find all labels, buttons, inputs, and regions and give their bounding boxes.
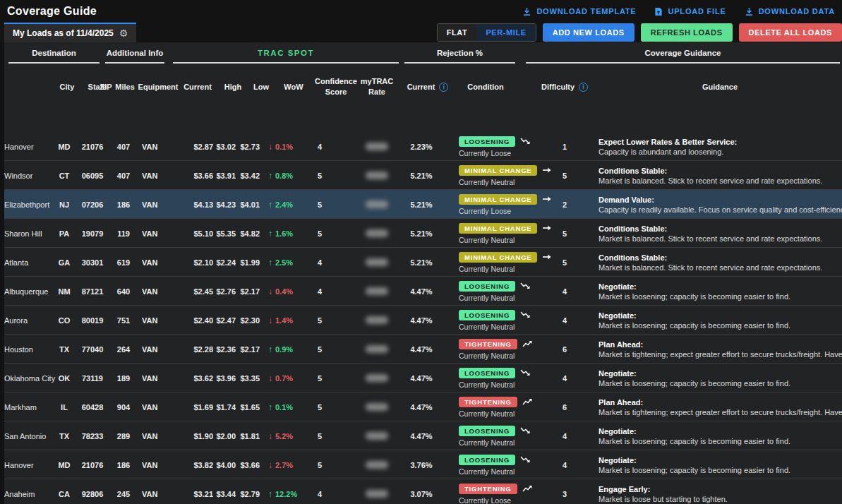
cell-condition: LOOSENINGCurrently Neutral bbox=[459, 277, 558, 306]
cell-difficulty: 1 bbox=[551, 132, 579, 161]
condition-subtext: Currently Loose bbox=[459, 149, 531, 157]
table-row[interactable]: HanoverMD21076186VAN$3.82$4.00$3.66↓2.7%… bbox=[0, 450, 842, 479]
toolbar-actions: FLAT PER-MILE ADD NEW LOADS REFRESH LOAD… bbox=[437, 23, 842, 42]
group-header-trac-spot: TRAC SPOT bbox=[173, 49, 399, 57]
tab-my-loads[interactable]: My Loads as of 11/4/2025 ⚙ bbox=[4, 23, 136, 42]
column-header-mytrac-rate: myTRAC Rate bbox=[356, 65, 397, 109]
cell-confidence-score: 5 bbox=[301, 190, 339, 219]
refresh-loads-button[interactable]: REFRESH LOADS bbox=[641, 23, 733, 42]
column-header-difficulty: Difficulty i bbox=[531, 65, 599, 109]
cell-difficulty: 6 bbox=[551, 335, 579, 364]
guidance-title: Expect Lower Rates & Better Service: bbox=[599, 138, 842, 146]
cell-mytrac-rate bbox=[356, 277, 397, 306]
cell-mytrac-rate bbox=[356, 479, 397, 504]
guidance-title: Plan Ahead: bbox=[599, 398, 842, 407]
table-row[interactable]: MarkhamIL60428904VAN$1.69$1.74$1.65↑0.1%… bbox=[0, 392, 842, 421]
cell-state: TX bbox=[52, 335, 77, 364]
flat-toggle-button[interactable]: FLAT bbox=[438, 24, 477, 41]
cell-mytrac-rate bbox=[356, 364, 397, 392]
cell-difficulty: 6 bbox=[551, 392, 579, 421]
cell-wow: ↓0.7% bbox=[268, 364, 305, 392]
cell-equipment: VAN bbox=[142, 392, 177, 421]
cell-miles: 904 bbox=[108, 392, 139, 421]
cell-trac-high: $2.36 bbox=[215, 335, 236, 364]
vertical-scrollbar[interactable] bbox=[0, 42, 4, 504]
per-mile-toggle-button[interactable]: PER-MILE bbox=[476, 24, 535, 41]
cell-trac-low: $1.65 bbox=[237, 392, 260, 421]
cell-trac-high: $2.47 bbox=[215, 306, 236, 335]
table-row[interactable]: HanoverMD21076407VAN$2.87$3.02$2.73↓0.1%… bbox=[0, 132, 842, 161]
cell-state: IL bbox=[52, 392, 77, 421]
column-header-guidance: Guidance bbox=[663, 65, 776, 109]
cell-equipment: VAN bbox=[142, 306, 177, 335]
cell-miles: 119 bbox=[108, 219, 139, 248]
mytrac-rate-blurred-value bbox=[366, 316, 388, 324]
group-underline bbox=[105, 62, 164, 64]
delete-all-loads-button[interactable]: DELETE ALL LOADS bbox=[739, 23, 842, 42]
arrow-up-icon: ↑ bbox=[268, 171, 272, 181]
cell-difficulty: 5 bbox=[551, 219, 579, 248]
cell-state: CT bbox=[52, 161, 77, 190]
guidance-description: Market is loosening; capacity is becomin… bbox=[599, 437, 842, 445]
trend-down-icon bbox=[520, 368, 531, 377]
cell-condition: MINIMAL CHANGECurrently Neutral bbox=[459, 248, 558, 277]
condition-badge: LOOSENING bbox=[459, 310, 515, 320]
cell-wow: ↑2.5% bbox=[268, 248, 305, 277]
condition-badge: LOOSENING bbox=[459, 281, 515, 292]
arrow-down-icon: ↓ bbox=[268, 460, 272, 470]
cell-rejection-current: 4.47% bbox=[399, 364, 443, 392]
cell-condition: LOOSENINGCurrently Loose bbox=[459, 132, 558, 161]
gear-icon[interactable]: ⚙ bbox=[119, 28, 128, 38]
cell-state: PA bbox=[52, 219, 77, 248]
cell-zip: 21076 bbox=[78, 450, 107, 479]
cell-trac-low: $1.99 bbox=[237, 248, 260, 277]
column-header-rejection-current: Current i bbox=[399, 65, 456, 109]
cell-rejection-current: 4.47% bbox=[399, 392, 443, 421]
table-row[interactable]: AuroraCO80019751VAN$2.40$2.47$2.30↓1.4%5… bbox=[0, 306, 842, 335]
table-row[interactable]: AtlantaGA30301619VAN$2.10$2.24$1.99↑2.5%… bbox=[0, 248, 842, 277]
cell-confidence-score: 5 bbox=[301, 335, 339, 364]
group-underline bbox=[173, 62, 399, 64]
table-body: HanoverMD21076407VAN$2.87$3.02$2.73↓0.1%… bbox=[0, 132, 842, 504]
table-row[interactable]: HoustonTX77040264VAN$2.28$2.36$2.17↑0.9%… bbox=[0, 335, 842, 364]
table-row[interactable]: San AntonioTX78233289VAN$1.90$2.00$1.81↓… bbox=[0, 421, 842, 450]
cell-state: GA bbox=[52, 248, 77, 277]
cell-trac-high: $2.24 bbox=[215, 248, 236, 277]
download-template-link[interactable]: DOWNLOAD TEMPLATE bbox=[522, 7, 636, 16]
cell-guidance: Negotiate:Market is loosening; capacity … bbox=[599, 306, 842, 335]
upload-file-link[interactable]: UPLOAD FILE bbox=[654, 7, 726, 16]
download-data-link[interactable]: DOWNLOAD DATA bbox=[745, 7, 835, 16]
table-row[interactable]: AlbuquerqueNM87121640VAN$2.45$2.76$2.17↓… bbox=[0, 277, 842, 306]
table-row[interactable]: Oklahoma CityOK73119189VAN$3.62$3.96$3.3… bbox=[0, 364, 842, 392]
cell-trac-high: $3.96 bbox=[215, 364, 236, 392]
guidance-description: Market is loosening; capacity is becomin… bbox=[599, 292, 842, 301]
table-row[interactable]: ElizabethportNJ07206186VAN$4.13$4.23$4.0… bbox=[0, 190, 842, 219]
cell-confidence-score: 5 bbox=[301, 450, 339, 479]
add-new-loads-button[interactable]: ADD NEW LOADS bbox=[543, 23, 634, 42]
cell-confidence-score: 5 bbox=[301, 364, 339, 392]
mytrac-rate-blurred-value bbox=[366, 345, 388, 353]
cell-trac-high: $3.91 bbox=[215, 161, 236, 190]
cell-guidance: Engage Early:Market is loose but startin… bbox=[599, 479, 842, 504]
table-row[interactable]: WindsorCT06095407VAN$3.66$3.91$3.42↑0.8%… bbox=[0, 161, 842, 190]
table-row[interactable]: Sharon HillPA19079119VAN$5.10$5.35$4.82↑… bbox=[0, 219, 842, 248]
cell-wow: ↓5.2% bbox=[268, 421, 305, 450]
cell-mytrac-rate bbox=[356, 161, 397, 190]
table-row[interactable]: AnaheimCA92806245VAN$3.21$3.44$2.79↑12.2… bbox=[0, 479, 842, 504]
cell-trac-low: $4.82 bbox=[237, 219, 260, 248]
arrow-up-icon: ↑ bbox=[268, 489, 272, 499]
condition-subtext: Currently Neutral bbox=[459, 467, 531, 476]
cell-mytrac-rate bbox=[356, 132, 397, 161]
cell-rejection-current: 2.23% bbox=[399, 132, 443, 161]
cell-trac-current: $3.21 bbox=[176, 479, 213, 504]
cell-trac-current: $2.45 bbox=[176, 277, 213, 306]
guidance-title: Engage Early: bbox=[599, 485, 842, 493]
cell-rejection-current: 4.47% bbox=[399, 306, 443, 335]
group-underline bbox=[526, 62, 840, 64]
info-icon[interactable]: i bbox=[579, 83, 588, 92]
cell-mytrac-rate bbox=[356, 392, 397, 421]
cell-confidence-score: 5 bbox=[301, 306, 339, 335]
cell-confidence-score: 4 bbox=[301, 479, 339, 504]
info-icon[interactable]: i bbox=[439, 83, 448, 92]
group-header-destination: Destination bbox=[8, 49, 100, 57]
